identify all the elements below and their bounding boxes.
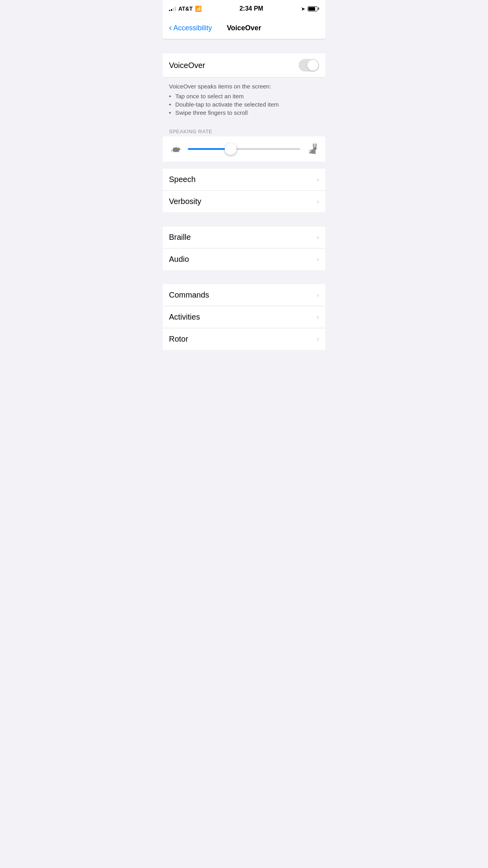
voiceover-toggle-row: VoiceOver bbox=[163, 53, 325, 77]
back-chevron-icon: ‹ bbox=[169, 24, 172, 32]
slider-thumb[interactable] bbox=[225, 143, 237, 155]
speech-label: Speech bbox=[169, 175, 196, 184]
voiceover-description: VoiceOver speaks items on the screen: Ta… bbox=[163, 77, 325, 125]
braille-row[interactable]: Braille › bbox=[163, 226, 325, 248]
commands-row[interactable]: Commands › bbox=[163, 284, 325, 306]
back-button[interactable]: ‹ Accessibility bbox=[169, 24, 212, 32]
verbosity-label: Verbosity bbox=[169, 197, 201, 206]
speaking-rate-header: SPEAKING RATE bbox=[163, 125, 325, 136]
activities-label: Activities bbox=[169, 313, 200, 322]
activities-row[interactable]: Activities › bbox=[163, 306, 325, 328]
navigation-bar: ‹ Accessibility VoiceOver bbox=[163, 17, 325, 39]
audio-chevron-icon: › bbox=[317, 255, 319, 263]
braille-chevron-icon: › bbox=[317, 233, 319, 241]
status-bar: AT&T 📶 2:34 PM ➤ bbox=[163, 0, 325, 17]
status-time: 2:34 PM bbox=[239, 5, 263, 12]
commands-activities-rotor-section: Commands › Activities › Rotor › bbox=[163, 284, 325, 350]
description-item-3: Swipe three fingers to scroll bbox=[169, 108, 319, 117]
voiceover-toggle[interactable] bbox=[299, 59, 319, 72]
description-item-2: Double-tap to activate the selected item bbox=[169, 100, 319, 108]
bottom-spacer bbox=[163, 350, 325, 366]
rotor-label: Rotor bbox=[169, 335, 188, 344]
activities-chevron-icon: › bbox=[317, 313, 319, 321]
speaking-rate-slider-row bbox=[163, 136, 325, 162]
speech-verbosity-section: Speech › Verbosity › bbox=[163, 169, 325, 212]
commands-label: Commands bbox=[169, 291, 209, 300]
speaking-rate-label: SPEAKING RATE bbox=[169, 129, 212, 134]
verbosity-chevron-icon: › bbox=[317, 197, 319, 206]
slider-track bbox=[188, 148, 300, 150]
section-gap-3 bbox=[163, 270, 325, 284]
rotor-row[interactable]: Rotor › bbox=[163, 328, 325, 350]
wifi-icon: 📶 bbox=[195, 6, 202, 12]
voiceover-section: VoiceOver bbox=[163, 53, 325, 77]
location-icon: ➤ bbox=[301, 6, 305, 12]
svg-point-19 bbox=[309, 150, 311, 152]
audio-label: Audio bbox=[169, 255, 189, 264]
toggle-knob bbox=[307, 60, 318, 71]
commands-chevron-icon: › bbox=[317, 291, 319, 299]
description-list: Tap once to select an item Double-tap to… bbox=[169, 92, 319, 117]
battery-icon bbox=[308, 6, 319, 11]
speaking-rate-slider[interactable] bbox=[188, 142, 300, 156]
svg-point-15 bbox=[316, 144, 316, 147]
slider-fill bbox=[188, 148, 231, 150]
back-label: Accessibility bbox=[173, 24, 212, 32]
carrier-label: AT&T bbox=[178, 6, 193, 12]
description-title: VoiceOver speaks items on the screen: bbox=[169, 83, 319, 90]
signal-icon bbox=[169, 6, 176, 11]
svg-point-16 bbox=[315, 148, 316, 149]
rotor-chevron-icon: › bbox=[317, 335, 319, 343]
braille-label: Braille bbox=[169, 233, 191, 242]
turtle-icon bbox=[169, 142, 183, 156]
section-gap-top bbox=[163, 39, 325, 53]
section-gap-2 bbox=[163, 212, 325, 226]
rabbit-icon bbox=[305, 142, 319, 156]
braille-audio-section: Braille › Audio › bbox=[163, 226, 325, 270]
status-right: ➤ bbox=[301, 6, 319, 12]
audio-row[interactable]: Audio › bbox=[163, 248, 325, 270]
verbosity-row[interactable]: Verbosity › bbox=[163, 191, 325, 212]
speech-row[interactable]: Speech › bbox=[163, 169, 325, 191]
description-item-1: Tap once to select an item bbox=[169, 92, 319, 100]
status-left: AT&T 📶 bbox=[169, 6, 202, 12]
svg-point-14 bbox=[313, 144, 314, 147]
section-gap-1 bbox=[163, 162, 325, 169]
speech-chevron-icon: › bbox=[317, 175, 319, 184]
voiceover-label: VoiceOver bbox=[169, 61, 205, 70]
page-title: VoiceOver bbox=[227, 24, 261, 32]
